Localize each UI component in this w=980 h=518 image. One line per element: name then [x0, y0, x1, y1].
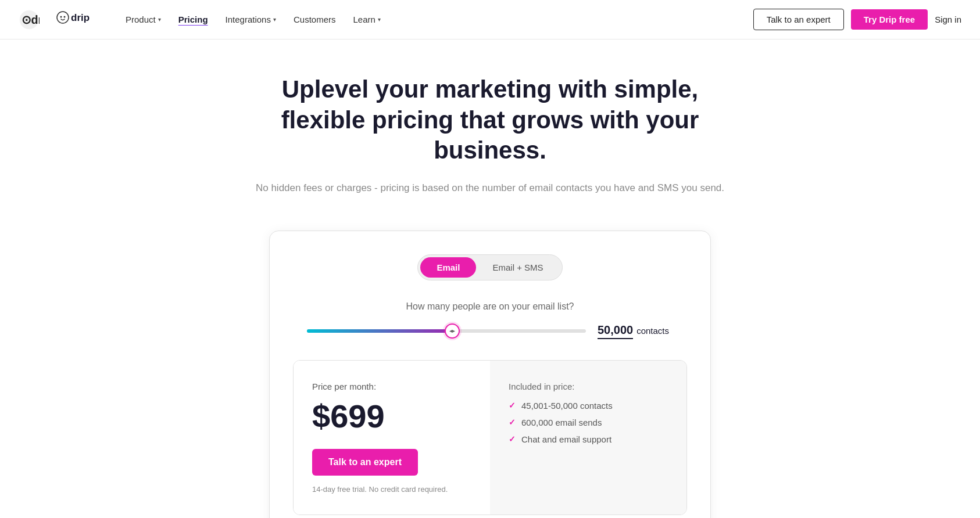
included-item-support: Chat and email support: [521, 434, 611, 444]
plan-toggle: Email Email + SMS: [293, 254, 687, 280]
svg-text:⊙drip: ⊙drip: [22, 13, 40, 26]
slider-thumb[interactable]: ◂▸: [445, 323, 460, 339]
list-item: ✓ Chat and email support: [509, 434, 668, 444]
hero-title: Uplevel your marketing with simple, flex…: [240, 74, 740, 166]
talk-to-expert-nav-button[interactable]: Talk to an expert: [753, 9, 844, 30]
nav-item-integrations[interactable]: Integrations ▾: [219, 10, 283, 29]
chevron-down-icon: ▾: [273, 16, 276, 23]
slider-arrows-icon: ◂▸: [449, 328, 455, 334]
logo[interactable]: ⊙drip: [19, 9, 42, 30]
contacts-display: 50,000 contacts: [598, 323, 673, 339]
check-icon: ✓: [509, 418, 516, 427]
nav-item-pricing[interactable]: Pricing: [171, 10, 215, 29]
chevron-down-icon: ▾: [158, 16, 161, 23]
contacts-slider-section: How many people are on your email list? …: [293, 301, 687, 339]
price-amount: $699: [312, 397, 471, 435]
price-right-panel: Included in price: ✓ 45,001-50,000 conta…: [490, 361, 686, 515]
logo-wordmark[interactable]: drip: [56, 10, 102, 29]
svg-point-3: [60, 16, 62, 17]
included-item-contacts: 45,001-50,000 contacts: [521, 401, 613, 411]
svg-point-2: [57, 12, 69, 23]
hero-section: Uplevel your marketing with simple, flex…: [228, 39, 752, 219]
sign-in-link[interactable]: Sign in: [935, 15, 961, 24]
nav-item-product[interactable]: Product ▾: [119, 10, 168, 29]
navigation: ⊙drip drip Product ▾ Pricing Integration…: [0, 0, 980, 39]
included-item-email-sends: 600,000 email sends: [521, 418, 602, 427]
hero-subtitle: No hidden fees or charges - pricing is b…: [240, 180, 740, 196]
price-left-panel: Price per month: $699 Talk to an expert …: [294, 361, 490, 515]
included-features-list: ✓ 45,001-50,000 contacts ✓ 600,000 email…: [509, 401, 668, 444]
nav-actions: Talk to an expert Try Drip free Sign in: [753, 9, 961, 30]
nav-item-customers[interactable]: Customers: [287, 10, 343, 29]
slider-fill: [307, 329, 452, 333]
nav-links: Product ▾ Pricing Integrations ▾ Custome…: [119, 10, 753, 29]
check-icon: ✓: [509, 434, 516, 444]
list-item: ✓ 600,000 email sends: [509, 418, 668, 427]
price-per-month-label: Price per month:: [312, 382, 471, 391]
check-icon: ✓: [509, 401, 516, 410]
try-drip-free-button[interactable]: Try Drip free: [851, 9, 928, 30]
list-item: ✓ 45,001-50,000 contacts: [509, 401, 668, 411]
price-panel: Price per month: $699 Talk to an expert …: [293, 360, 687, 515]
svg-text:drip: drip: [71, 12, 90, 23]
trial-note: 14-day free trial. No credit card requir…: [312, 485, 471, 494]
pricing-card: Email Email + SMS How many people are on…: [269, 231, 711, 518]
toggle-pill: Email Email + SMS: [417, 254, 562, 280]
contacts-value: 50,000: [598, 323, 633, 339]
contacts-unit: contacts: [636, 326, 669, 336]
toggle-email[interactable]: Email: [420, 257, 476, 278]
included-label: Included in price:: [509, 382, 668, 391]
svg-point-4: [64, 16, 66, 17]
chevron-down-icon: ▾: [378, 16, 381, 23]
slider-label: How many people are on your email list?: [293, 301, 687, 312]
talk-to-expert-cta-button[interactable]: Talk to an expert: [312, 449, 418, 476]
nav-item-learn[interactable]: Learn ▾: [346, 10, 387, 29]
toggle-email-sms[interactable]: Email + SMS: [476, 257, 559, 278]
slider-row: ◂▸ 50,000 contacts: [293, 323, 687, 339]
slider-track[interactable]: ◂▸: [307, 329, 586, 333]
